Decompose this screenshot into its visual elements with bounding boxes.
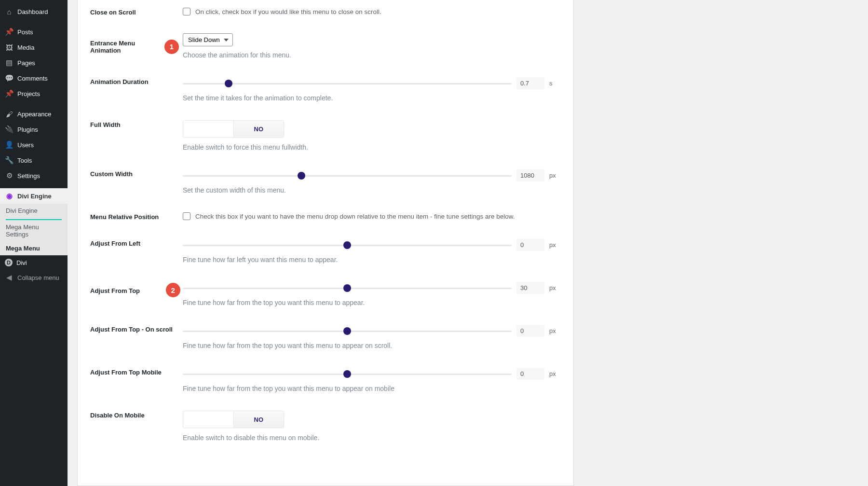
field-description: Choose the animation for this menu. (183, 51, 561, 59)
sidebar-item-tools[interactable]: 🔧Tools (0, 153, 68, 168)
toggle-no-label: NO (233, 121, 284, 137)
sidebar-item-media[interactable]: 🖼Media (0, 40, 68, 55)
dashboard-icon: ⌂ (5, 7, 14, 16)
sidebar-item-label: Divi (16, 259, 27, 266)
field-label: Menu Relative Position (90, 212, 183, 221)
adjust-left-input[interactable] (516, 239, 544, 251)
sidebar-item-plugins[interactable]: 🔌Plugins (0, 122, 68, 137)
divi-engine-icon: ◉ (5, 192, 14, 200)
field-custom-width: Custom Width px Set the custom width of … (78, 165, 573, 199)
disable-mobile-toggle[interactable]: NO (183, 411, 284, 428)
sidebar-item-label: Divi Engine (17, 193, 52, 200)
sidebar-item-label: Collapse menu (17, 274, 59, 281)
wrench-icon: 🔧 (5, 156, 14, 165)
custom-width-slider[interactable] (183, 175, 512, 177)
annotation-badge-1: 1 (164, 40, 179, 54)
sidebar-subitem-divi-engine[interactable]: Divi Engine (6, 204, 62, 220)
field-adjust-from-top-scroll: Adjust From Top - On scroll px Fine tune… (78, 320, 573, 354)
field-label: Adjust From Top - On scroll (90, 325, 183, 333)
sidebar-item-comments[interactable]: 💬Comments (0, 70, 68, 86)
close-on-scroll-checkbox[interactable] (183, 8, 190, 15)
field-description: Fine tune how far from the top you want … (183, 385, 561, 392)
animation-duration-input[interactable] (516, 77, 544, 89)
sidebar-item-appearance[interactable]: 🖌Appearance (0, 106, 68, 122)
admin-sidebar: ⌂Dashboard 📌Posts 🖼Media ▤Pages 💬Comment… (0, 0, 68, 486)
toggle-no-label: NO (233, 411, 284, 428)
field-animation-duration: Animation Duration s Set the time it tak… (78, 72, 573, 107)
field-adjust-from-top-mobile: Adjust From Top Mobile px Fine tune how … (78, 363, 573, 397)
sidebar-subitem-mega-menu[interactable]: Mega Menu (0, 241, 68, 255)
user-icon: 👤 (5, 140, 14, 149)
field-description: Fine tune how far left you want this men… (183, 256, 561, 264)
annotation-badge-2: 2 (166, 283, 180, 297)
checkbox-description: On click, check box if you would like th… (195, 8, 381, 15)
comments-icon: 💬 (5, 74, 14, 83)
unit-label: px (549, 172, 561, 179)
field-description: Enable switch to disable this menu on mo… (183, 434, 561, 442)
full-width-toggle[interactable]: NO (183, 120, 284, 138)
field-description: Set the time it takes for the animation … (183, 94, 561, 102)
field-label: Adjust From Top Mobile (90, 368, 183, 376)
sidebar-item-label: Users (17, 141, 34, 149)
animation-duration-slider[interactable] (183, 83, 512, 84)
pages-icon: ▤ (5, 58, 14, 67)
sidebar-item-label: Posts (17, 28, 33, 36)
sidebar-item-divi-engine[interactable]: ◉Divi Engine (0, 188, 68, 204)
unit-label: s (549, 80, 561, 87)
field-label: Disable On Mobile (90, 411, 183, 419)
sidebar-item-label: Dashboard (17, 8, 48, 15)
menu-relative-checkbox[interactable] (183, 212, 190, 220)
media-icon: 🖼 (5, 43, 14, 52)
pin-icon: 📌 (5, 89, 14, 98)
sidebar-item-divi[interactable]: DDivi (0, 255, 68, 270)
field-description: Enable switch to force this menu fullwid… (183, 143, 561, 151)
sidebar-item-settings[interactable]: ⚙Settings (0, 168, 68, 183)
adjust-top-mobile-input[interactable] (516, 368, 544, 380)
field-label: Animation Duration (90, 77, 183, 85)
adjust-top-input[interactable] (516, 282, 544, 294)
sidebar-item-label: Plugins (17, 126, 38, 133)
sidebar-item-label: Settings (17, 172, 40, 180)
field-adjust-from-top: Adjust From Top 2 px Fine tune how far f… (78, 277, 573, 311)
field-label: Entrance Menu Animation 1 (90, 39, 183, 54)
brush-icon: 🖌 (5, 110, 14, 118)
field-entrance-animation: Entrance Menu Animation 1 Slide Down Cho… (78, 28, 573, 64)
entrance-animation-select[interactable]: Slide Down (183, 33, 233, 46)
sidebar-item-users[interactable]: 👤Users (0, 137, 68, 153)
field-label: Custom Width (90, 169, 183, 178)
sidebar-item-collapse[interactable]: ◀Collapse menu (0, 270, 68, 285)
field-description: Fine tune how far from the top you want … (183, 299, 561, 306)
field-label: Close on Scroll (90, 8, 183, 16)
unit-label: px (549, 241, 561, 249)
custom-width-input[interactable] (516, 169, 544, 181)
sidebar-item-dashboard[interactable]: ⌂Dashboard (0, 4, 68, 19)
adjust-top-mobile-slider[interactable] (183, 374, 512, 375)
sidebar-item-label: Comments (17, 75, 48, 82)
adjust-top-slider[interactable] (183, 288, 512, 289)
sidebar-submenu-divi-engine: Divi Engine Mega Menu Settings Mega Menu (0, 204, 68, 255)
field-label: Full Width (90, 120, 183, 128)
unit-label: px (549, 327, 561, 334)
field-disable-on-mobile: Disable On Mobile NO Enable switch to di… (78, 406, 573, 446)
field-label: Adjust From Left (90, 239, 183, 247)
sidebar-item-label: Media (17, 44, 34, 51)
collapse-icon: ◀ (5, 273, 14, 282)
settings-panel: Close on Scroll On click, check box if y… (77, 0, 574, 486)
adjust-left-slider[interactable] (183, 245, 512, 246)
sidebar-item-projects[interactable]: 📌Projects (0, 86, 68, 101)
sidebar-subitem-mega-menu-settings[interactable]: Mega Menu Settings (0, 220, 68, 241)
adjust-top-scroll-input[interactable] (516, 325, 544, 337)
adjust-top-scroll-slider[interactable] (183, 331, 512, 332)
sidebar-item-pages[interactable]: ▤Pages (0, 55, 68, 70)
gear-icon: ⚙ (5, 171, 14, 180)
field-full-width: Full Width NO Enable switch to force thi… (78, 115, 573, 156)
unit-label: px (549, 284, 561, 292)
field-adjust-from-left: Adjust From Left px Fine tune how far le… (78, 234, 573, 268)
sidebar-item-posts[interactable]: 📌Posts (0, 24, 68, 40)
unit-label: px (549, 370, 561, 377)
field-menu-relative-position: Menu Relative Position Check this box if… (78, 208, 573, 225)
field-description: Fine tune how far from the top you want … (183, 342, 561, 349)
content-area: Close on Scroll On click, check box if y… (68, 0, 868, 486)
checkbox-description: Check this box if you want to have the m… (195, 213, 515, 220)
sidebar-item-label: Projects (17, 90, 40, 97)
